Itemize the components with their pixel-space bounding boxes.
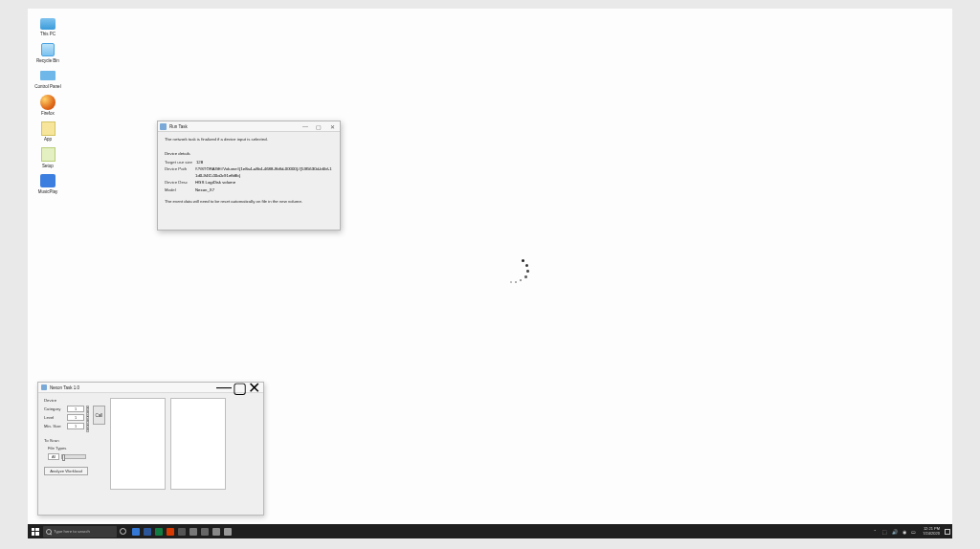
desktop-icon-recycle-bin[interactable]: Recycle Bin	[33, 41, 62, 64]
dialog-app-icon	[160, 123, 167, 130]
setup-icon	[39, 146, 56, 164]
taskbar-clock[interactable]: 12:21 PM 7/24/2020	[920, 527, 943, 536]
icon-label: Control Panel	[34, 85, 60, 90]
label-device-path: Device Path	[165, 166, 191, 179]
file-types-value[interactable]: All	[48, 453, 59, 460]
pinned-app-7[interactable]	[199, 524, 211, 538]
value-target-size: 128	[196, 160, 203, 165]
computer-icon	[39, 14, 56, 32]
desktop-icon-firefox[interactable]: Firefox	[33, 94, 62, 117]
icon-label: Recycle Bin	[36, 59, 59, 64]
music-icon	[39, 172, 56, 189]
clock-date: 7/24/2020	[923, 532, 940, 536]
close-button[interactable]: ✕	[248, 379, 260, 397]
dialog-intro-text: The network task is finalized if a devic…	[165, 137, 333, 143]
search-icon	[46, 529, 52, 535]
level-input[interactable]: 1	[67, 414, 84, 421]
taskbar: Type here to search ˄ ⬚ 🔊 ◉ ▭ 12:21 PM 7…	[28, 524, 952, 538]
desktop-icons: This PC Recycle Bin Control Panel Firefo…	[33, 14, 62, 195]
tray-battery-icon[interactable]: ▭	[910, 528, 917, 535]
level-label: Level	[44, 415, 65, 420]
analyze-button[interactable]: Analyze Workload	[44, 467, 88, 475]
icon-label: MusicPlay	[38, 190, 58, 195]
loading-spinner-icon	[505, 259, 530, 284]
taskbar-search[interactable]: Type here to search	[43, 526, 117, 538]
section-scan-label: To Scan	[44, 438, 105, 443]
app-icon	[39, 120, 56, 137]
label-device-desc: Device Desc	[165, 180, 191, 186]
tray-volume-icon[interactable]: 🔊	[891, 528, 898, 535]
value-device-path: \\?\STORAGE#Volume#{1e8a4-a8b4-4688-9b8d…	[195, 166, 333, 179]
file-types-label: File Types	[48, 446, 69, 450]
window-title: Nexon Task 1.0	[50, 385, 216, 390]
left-controls: Device Category1▴▾ Level1▴▾ Min. Size1▴▾…	[44, 398, 105, 510]
desktop-icon-control-panel[interactable]: Control Panel	[33, 67, 62, 90]
label-model: Model	[165, 187, 191, 193]
windows-logo-icon	[32, 528, 39, 536]
minimize-button[interactable]: —	[300, 122, 311, 130]
pinned-app-4[interactable]	[165, 524, 176, 538]
pinned-app-9[interactable]	[222, 524, 234, 538]
tray-network-icon[interactable]: ⬚	[881, 528, 888, 535]
nexon-task-window: Nexon Task 1.0 — ▢ ✕ Device Category1▴▾ …	[37, 382, 264, 516]
desktop-icon-app[interactable]: App	[33, 120, 62, 143]
min-size-input[interactable]: 1	[67, 423, 84, 429]
pinned-app-3[interactable]	[153, 524, 165, 538]
value-device-desc: HGS LogiDisk volume	[195, 180, 235, 186]
dialog-title: Run Task	[169, 124, 300, 129]
notification-icon	[945, 529, 950, 535]
pinned-app-2[interactable]	[142, 524, 153, 538]
category-input[interactable]: 1	[67, 406, 84, 412]
preview-panel-1	[110, 398, 166, 490]
pinned-app-1[interactable]	[130, 524, 142, 538]
run-task-dialog: Run Task — ▢ ✕ The network task is final…	[157, 121, 341, 231]
system-tray: ˄ ⬚ 🔊 ◉ ▭	[872, 528, 920, 535]
maximize-button[interactable]: ▢	[233, 379, 247, 397]
icon-label: Setup	[42, 165, 54, 169]
window-app-icon	[41, 384, 47, 390]
category-stepper[interactable]: ▴▾	[86, 406, 89, 412]
preview-panel-2	[170, 398, 226, 490]
pinned-app-6[interactable]	[188, 524, 199, 538]
min-size-label: Min. Size	[44, 424, 65, 428]
desktop-icon-this-pc[interactable]: This PC	[33, 14, 62, 37]
control-panel-icon	[39, 67, 56, 84]
file-types-slider[interactable]	[61, 454, 86, 459]
action-center-button[interactable]	[943, 524, 952, 538]
pinned-app-5[interactable]	[176, 524, 188, 538]
category-label: Category	[44, 406, 65, 411]
window-body: Device Category1▴▾ Level1▴▾ Min. Size1▴▾…	[38, 393, 263, 515]
dialog-section-heading: Device details	[165, 151, 333, 157]
recycle-bin-icon	[39, 41, 56, 58]
dialog-body: The network task is finalized if a devic…	[158, 132, 340, 210]
dialog-footer-text: The event data will need to be reset aut…	[165, 199, 333, 205]
window-titlebar[interactable]: Nexon Task 1.0 — ▢ ✕	[38, 383, 263, 393]
desktop-icon-setup[interactable]: Setup	[33, 146, 62, 169]
icon-label: This PC	[40, 33, 56, 37]
task-view-icon	[120, 528, 126, 535]
level-stepper[interactable]: ▴▾	[86, 414, 89, 421]
close-button[interactable]: ✕	[326, 122, 338, 130]
value-model: Nexon_X7	[195, 187, 214, 193]
minimize-button[interactable]: —	[216, 379, 232, 397]
icon-label: Firefox	[41, 112, 55, 117]
label-target-size: Target use size	[165, 160, 192, 165]
tray-wifi-icon[interactable]: ◉	[901, 528, 907, 535]
dialog-titlebar[interactable]: Run Task — ▢ ✕	[158, 121, 340, 132]
call-button[interactable]: Call	[93, 406, 105, 425]
search-placeholder: Type here to search	[54, 529, 90, 534]
desktop-icon-musicplay[interactable]: MusicPlay	[33, 172, 62, 195]
icon-label: App	[44, 138, 52, 143]
tray-chevron-up-icon[interactable]: ˄	[872, 528, 879, 535]
pinned-app-8[interactable]	[211, 524, 222, 538]
pinned-apps	[130, 524, 234, 538]
min-size-stepper[interactable]: ▴▾	[86, 423, 89, 429]
start-button[interactable]	[28, 524, 42, 538]
desktop-area: This PC Recycle Bin Control Panel Firefo…	[28, 9, 952, 538]
firefox-icon	[39, 94, 56, 111]
task-view-button[interactable]	[117, 524, 128, 538]
maximize-button[interactable]: ▢	[313, 122, 324, 130]
section-device-label: Device	[44, 398, 105, 403]
